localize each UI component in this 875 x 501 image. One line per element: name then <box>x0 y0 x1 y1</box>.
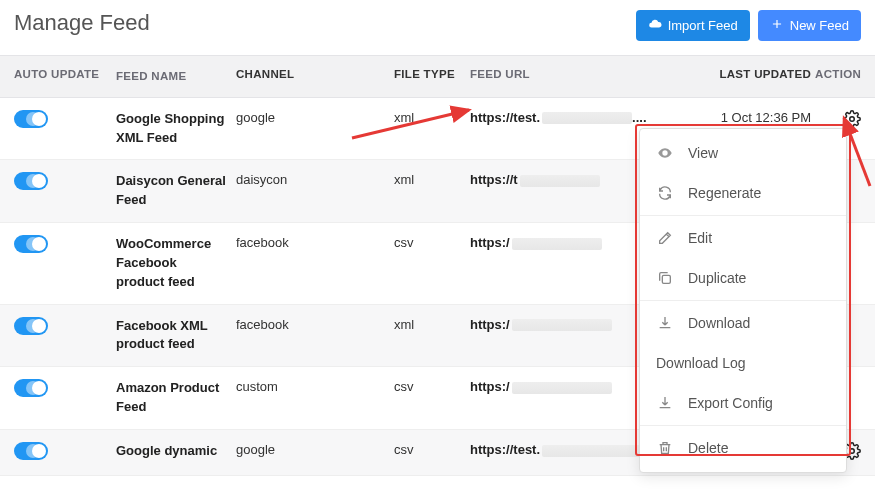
auto-update-toggle[interactable] <box>14 317 48 335</box>
feed-type: csv <box>394 442 470 457</box>
auto-update-toggle[interactable] <box>14 379 48 397</box>
menu-view[interactable]: View <box>640 133 846 173</box>
col-header-url[interactable]: FEED URL <box>470 68 695 85</box>
col-header-auto[interactable]: AUTO UPDATE <box>14 68 116 85</box>
action-menu: View Regenerate Edit Duplicate Download … <box>639 128 847 473</box>
col-header-action: ACTION <box>817 68 861 85</box>
col-header-type[interactable]: FILE TYPE <box>394 68 470 85</box>
feed-type: xml <box>394 172 470 187</box>
feed-name[interactable]: Daisycon General Feed <box>116 172 236 210</box>
page-title: Manage Feed <box>14 10 150 36</box>
new-feed-label: New Feed <box>790 18 849 33</box>
feed-type: csv <box>394 379 470 394</box>
feed-type: xml <box>394 110 470 125</box>
plus-icon <box>770 17 784 34</box>
feed-channel: daisycon <box>236 172 394 187</box>
feed-channel: facebook <box>236 317 394 332</box>
refresh-icon <box>656 185 674 201</box>
trash-icon <box>656 440 674 456</box>
col-header-name[interactable]: FEED NAME <box>116 68 236 85</box>
menu-export-config[interactable]: Export Config <box>640 383 846 423</box>
row-action-button[interactable] <box>843 110 861 131</box>
import-feed-button[interactable]: Import Feed <box>636 10 750 41</box>
menu-edit[interactable]: Edit <box>640 218 846 258</box>
download-icon <box>656 315 674 331</box>
col-header-channel[interactable]: CHANNEL <box>236 68 394 85</box>
menu-download[interactable]: Download <box>640 303 846 343</box>
download-icon <box>656 395 674 411</box>
cloud-download-icon <box>648 17 662 34</box>
auto-update-toggle[interactable] <box>14 110 48 128</box>
feed-channel: facebook <box>236 235 394 250</box>
auto-update-toggle[interactable] <box>14 235 48 253</box>
edit-icon <box>656 230 674 246</box>
feed-name[interactable]: Google Shopping XML Feed <box>116 110 236 148</box>
new-feed-button[interactable]: New Feed <box>758 10 861 41</box>
col-header-updated[interactable]: LAST UPDATED <box>695 68 817 85</box>
feed-url[interactable]: https://test..... <box>470 110 695 125</box>
feed-type: xml <box>394 317 470 332</box>
svg-point-2 <box>664 152 667 155</box>
auto-update-toggle[interactable] <box>14 172 48 190</box>
feed-name[interactable]: Amazon Product Feed <box>116 379 236 417</box>
feed-name[interactable]: Google dynamic <box>116 442 236 461</box>
menu-duplicate[interactable]: Duplicate <box>640 258 846 298</box>
menu-regenerate[interactable]: Regenerate <box>640 173 846 213</box>
auto-update-toggle[interactable] <box>14 442 48 460</box>
feed-channel: custom <box>236 379 394 394</box>
feed-updated: 1 Oct 12:36 PM <box>695 110 817 125</box>
duplicate-icon <box>656 270 674 286</box>
menu-delete[interactable]: Delete <box>640 428 846 468</box>
svg-rect-3 <box>662 275 670 283</box>
feed-type: csv <box>394 235 470 250</box>
menu-download-log[interactable]: Download Log <box>640 343 846 383</box>
table-header: AUTO UPDATE FEED NAME CHANNEL FILE TYPE … <box>0 55 875 98</box>
svg-point-1 <box>850 449 855 454</box>
feed-channel: google <box>236 442 394 457</box>
feed-name[interactable]: Facebook XML product feed <box>116 317 236 355</box>
import-feed-label: Import Feed <box>668 18 738 33</box>
svg-point-0 <box>850 116 855 121</box>
feed-channel: google <box>236 110 394 125</box>
feed-name[interactable]: WooCommerce Facebook product feed <box>116 235 236 292</box>
eye-icon <box>656 145 674 161</box>
